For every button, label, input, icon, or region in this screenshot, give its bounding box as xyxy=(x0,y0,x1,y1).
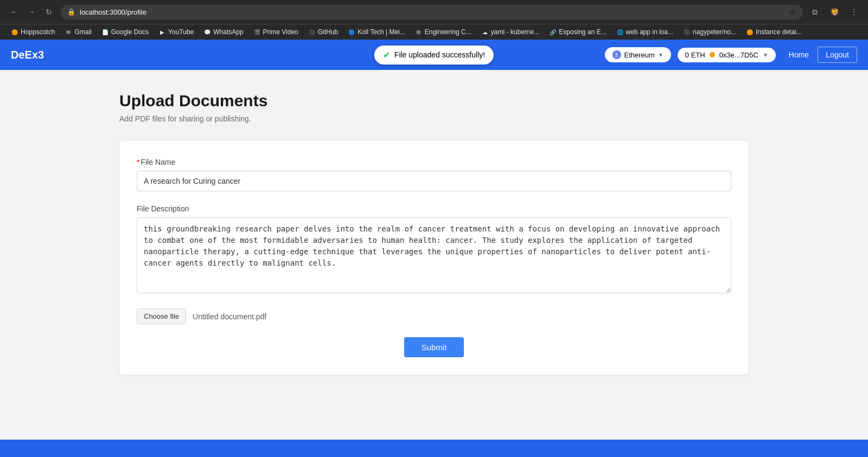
bookmark-label: Koll Tech | Mei... xyxy=(358,28,405,36)
bookmark-label: nagypeter/no... xyxy=(693,28,736,36)
bookmark-label: GitHub xyxy=(318,28,338,36)
submit-row: Submit xyxy=(137,337,731,357)
main-content: Upload Documents Add PDF files for shari… xyxy=(108,70,760,396)
nav-links: Home Logout xyxy=(782,47,857,63)
logout-button[interactable]: Logout xyxy=(818,47,857,63)
page-subtitle: Add PDF files for sharing or publishing. xyxy=(119,114,749,123)
bookmark-favicon: ✉ xyxy=(65,28,72,36)
network-selector-button[interactable]: Ξ Ethereum ▼ xyxy=(605,47,671,62)
browser-toolbar: ← → ↻ 🔒 ☆ ⧉ 🦁 ⋮ xyxy=(0,0,868,24)
bookmark-favicon: 🔵 xyxy=(348,28,355,36)
file-description-label: File Description xyxy=(137,204,731,213)
bookmark-label: Hoppscotch xyxy=(21,28,55,36)
bookmark-favicon: 📄 xyxy=(101,28,109,36)
success-toast: ✔ File uploaded successfully! xyxy=(374,46,494,65)
choose-file-button[interactable]: Choose file xyxy=(137,308,186,324)
bookmark-favicon: 🔗 xyxy=(549,28,557,36)
bookmark-item[interactable]: ☁yaml - kuberne... xyxy=(477,27,544,37)
app-footer: ContactAbout © 2023 DeEx3. All rights re… xyxy=(0,440,868,457)
wallet-dot-icon xyxy=(710,52,715,57)
app-logo[interactable]: DeEx3 xyxy=(11,49,44,61)
wallet-chevron-icon: ▼ xyxy=(763,52,768,58)
file-name-group: *File Name xyxy=(137,158,731,191)
file-input-row: Choose file Untitled document.pdf xyxy=(137,308,731,324)
required-asterisk: * xyxy=(137,158,139,166)
bookmark-item[interactable]: 📄Google Docs xyxy=(97,27,153,37)
bookmark-label: Google Docs xyxy=(111,28,149,36)
bookmark-item[interactable]: 🌐web app in loa... xyxy=(612,27,678,37)
bookmark-item[interactable]: 🟠Instance detai... xyxy=(742,27,806,37)
file-description-textarea[interactable] xyxy=(137,217,731,293)
bookmarks-bar: 🟠Hoppscotch✉Gmail📄Google Docs▶YouTube💬Wh… xyxy=(0,24,868,40)
bookmark-favicon: ⚫ xyxy=(683,28,691,36)
eth-balance: 0 ETH xyxy=(685,51,705,59)
bookmark-favicon: 🌐 xyxy=(616,28,624,36)
bookmark-item[interactable]: 🎬Prime Video xyxy=(249,27,303,37)
chosen-file-name: Untitled document.pdf xyxy=(193,312,266,321)
bookmark-favicon: ⚙ xyxy=(415,28,423,36)
file-description-group: File Description xyxy=(137,204,731,295)
bookmark-item[interactable]: ⚙Engineering C... xyxy=(411,27,476,37)
bookmark-item[interactable]: ⚫GitHub xyxy=(304,27,342,37)
eth-icon: Ξ xyxy=(612,50,621,59)
bookmark-favicon: ▶ xyxy=(158,28,166,36)
bookmark-item[interactable]: ⚫nagypeter/no... xyxy=(679,27,741,37)
bookmark-label: Prime Video xyxy=(263,28,298,36)
bookmark-item[interactable]: ✉Gmail xyxy=(60,27,95,37)
bookmark-favicon: 💬 xyxy=(203,28,211,36)
bookmark-favicon: 🎬 xyxy=(253,28,261,36)
file-name-input[interactable] xyxy=(137,171,731,191)
forward-button[interactable]: → xyxy=(24,4,39,20)
bookmark-star-icon[interactable]: ☆ xyxy=(789,7,796,17)
bookmark-label: Instance detai... xyxy=(756,28,802,36)
bookmark-label: YouTube xyxy=(168,28,194,36)
toast-check-icon: ✔ xyxy=(383,50,390,60)
browser-actions: ⧉ 🦁 ⋮ xyxy=(807,4,861,20)
bookmark-item[interactable]: ▶YouTube xyxy=(154,27,198,37)
bookmark-item[interactable]: 🔵Koll Tech | Mei... xyxy=(343,27,410,37)
bookmark-label: web app in loa... xyxy=(626,28,673,36)
nav-buttons: ← → ↻ xyxy=(7,4,56,20)
bookmark-label: yaml - kuberne... xyxy=(491,28,539,36)
bookmark-label: Gmail xyxy=(74,28,91,36)
brave-shield-icon[interactable]: 🦁 xyxy=(827,4,842,20)
wallet-button[interactable]: 0 ETH 0x3e...7D5C ▼ xyxy=(678,48,776,62)
toast-message: File uploaded successfully! xyxy=(394,50,485,59)
bookmark-item[interactable]: 💬WhatsApp xyxy=(199,27,247,37)
wallet-address: 0x3e...7D5C xyxy=(719,51,758,59)
browser-chrome: ← → ↻ 🔒 ☆ ⧉ 🦁 ⋮ 🟠Hoppscotch✉Gmail📄Google… xyxy=(0,0,868,40)
upload-form-card: *File Name File Description Choose file … xyxy=(119,140,749,375)
bookmark-favicon: 🟠 xyxy=(746,28,754,36)
bookmark-label: WhatsApp xyxy=(213,28,243,36)
bookmark-item[interactable]: 🔗Exposing an E... xyxy=(545,27,610,37)
app-wrapper: DeEx3 ✔ File uploaded successfully! Ξ Et… xyxy=(0,40,868,457)
submit-button[interactable]: Submit xyxy=(404,337,464,357)
bookmark-favicon: 🟠 xyxy=(11,28,18,36)
bookmark-label: Exposing an E... xyxy=(559,28,606,36)
lock-icon: 🔒 xyxy=(67,8,75,16)
file-name-label: *File Name xyxy=(137,158,731,166)
extensions-button[interactable]: ⧉ xyxy=(807,4,822,20)
bookmark-label: Engineering C... xyxy=(425,28,471,36)
bookmark-favicon: ☁ xyxy=(481,28,489,36)
address-input[interactable] xyxy=(80,8,784,16)
header-right: Ξ Ethereum ▼ 0 ETH 0x3e...7D5C ▼ Home Lo… xyxy=(605,47,857,63)
menu-button[interactable]: ⋮ xyxy=(846,4,861,20)
address-bar-wrap: 🔒 ☆ xyxy=(61,5,803,20)
app-header: DeEx3 ✔ File uploaded successfully! Ξ Et… xyxy=(0,40,868,70)
reload-button[interactable]: ↻ xyxy=(41,4,56,20)
bookmark-item[interactable]: 🟠Hoppscotch xyxy=(7,27,59,37)
bookmark-favicon: ⚫ xyxy=(308,28,316,36)
back-button[interactable]: ← xyxy=(7,4,22,20)
page-title: Upload Documents xyxy=(119,92,749,110)
network-label: Ethereum xyxy=(624,51,655,59)
home-nav-link[interactable]: Home xyxy=(782,47,815,63)
network-chevron-icon: ▼ xyxy=(658,52,663,58)
